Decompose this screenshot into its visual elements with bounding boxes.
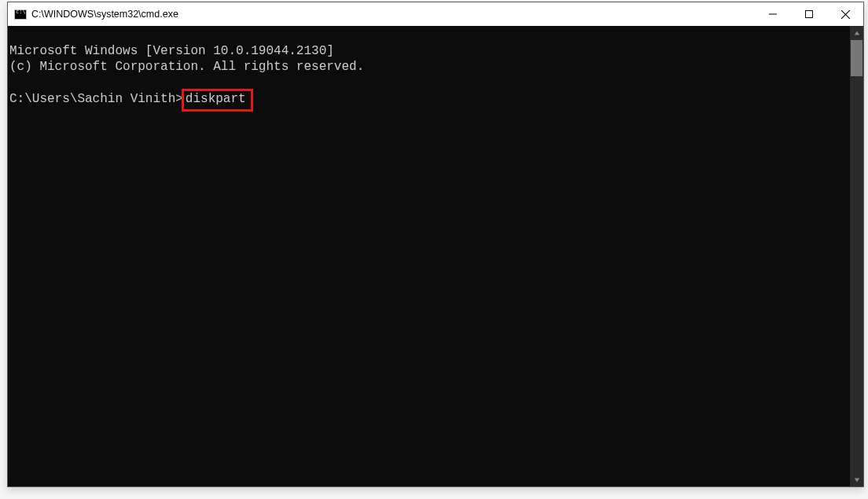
scroll-up-button[interactable] [850,26,863,39]
vertical-scrollbar[interactable] [850,26,863,486]
chevron-up-icon [854,30,860,36]
prompt-line: C:\Users\Sachin Vinith>diskpart [9,90,848,112]
close-button[interactable] [827,2,863,26]
banner-line-2: (c) Microsoft Corporation. All rights re… [9,59,848,75]
svg-marker-5 [854,478,859,482]
scroll-thumb[interactable] [851,40,862,76]
maximize-button[interactable] [791,2,827,26]
svg-marker-4 [854,31,859,35]
maximize-icon [805,10,813,18]
banner-line-1: Microsoft Windows [Version 10.0.19044.21… [9,43,848,59]
close-icon [841,10,850,19]
titlebar[interactable]: C:\WINDOWS\system32\cmd.exe [8,2,863,26]
svg-rect-1 [806,11,813,18]
client-area: Microsoft Windows [Version 10.0.19044.21… [8,26,863,486]
blank-line [9,75,848,90]
window-controls [755,2,863,26]
cmd-window: C:\WINDOWS\system32\cmd.exe Microsoft Wi… [7,2,864,487]
minimize-icon [769,10,777,18]
cmd-app-icon [14,8,27,20]
console-output[interactable]: Microsoft Windows [Version 10.0.19044.21… [8,26,850,486]
minimize-button[interactable] [755,2,791,26]
chevron-down-icon [854,477,860,483]
scroll-down-button[interactable] [850,473,863,486]
window-title: C:\WINDOWS\system32\cmd.exe [31,9,755,20]
highlighted-command: diskpart [182,89,253,112]
prompt-text: C:\Users\Sachin Vinith> [9,92,183,106]
